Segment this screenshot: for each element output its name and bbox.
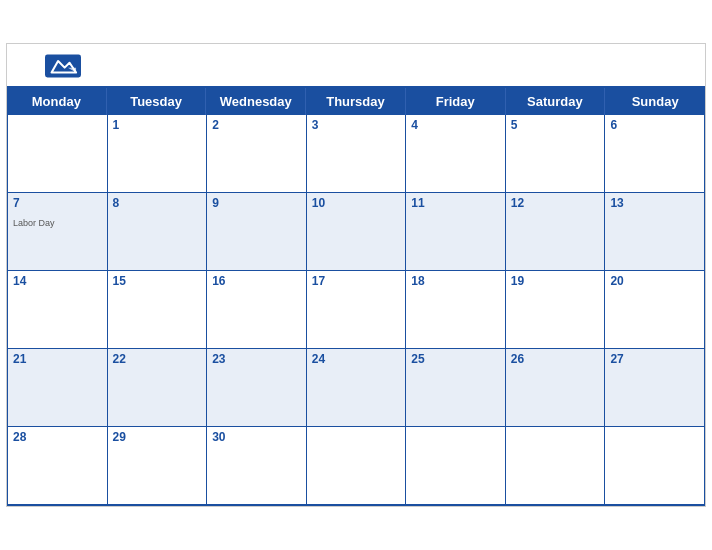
date-number: 16 (212, 274, 301, 288)
day-cell: 2 (207, 115, 307, 193)
date-number: 12 (511, 196, 600, 210)
date-number: 29 (113, 430, 202, 444)
day-cell: 28 (8, 427, 108, 505)
date-number: 8 (113, 196, 202, 210)
date-number: 4 (411, 118, 500, 132)
date-number: 27 (610, 352, 699, 366)
date-number: 5 (511, 118, 600, 132)
date-number: 24 (312, 352, 401, 366)
date-number: 23 (212, 352, 301, 366)
date-number: 10 (312, 196, 401, 210)
day-cell: 27 (605, 349, 705, 427)
calendar: MondayTuesdayWednesdayThursdayFridaySatu… (6, 43, 706, 507)
day-headers-row: MondayTuesdayWednesdayThursdayFridaySatu… (7, 88, 705, 115)
day-cell: 6 (605, 115, 705, 193)
date-number: 6 (610, 118, 699, 132)
date-number: 2 (212, 118, 301, 132)
date-number: 17 (312, 274, 401, 288)
day-cell: 4 (406, 115, 506, 193)
day-cell: 17 (307, 271, 407, 349)
day-cell: 11 (406, 193, 506, 271)
date-number: 25 (411, 352, 500, 366)
day-header-wednesday: Wednesday (206, 88, 306, 115)
day-cell: 29 (108, 427, 208, 505)
day-cell: 30 (207, 427, 307, 505)
day-cell: 26 (506, 349, 606, 427)
day-header-monday: Monday (7, 88, 107, 115)
date-number: 28 (13, 430, 102, 444)
date-number: 15 (113, 274, 202, 288)
day-cell: 23 (207, 349, 307, 427)
date-number: 19 (511, 274, 600, 288)
day-cell (8, 115, 108, 193)
date-number: 14 (13, 274, 102, 288)
date-number: 20 (610, 274, 699, 288)
date-number: 22 (113, 352, 202, 366)
date-number: 3 (312, 118, 401, 132)
holiday-label: Labor Day (13, 218, 55, 228)
day-cell (506, 427, 606, 505)
day-cell: 20 (605, 271, 705, 349)
day-cell: 16 (207, 271, 307, 349)
generalblue-logo-icon (45, 54, 81, 78)
day-cell: 9 (207, 193, 307, 271)
day-cell: 1 (108, 115, 208, 193)
date-number: 21 (13, 352, 102, 366)
day-cell: 12 (506, 193, 606, 271)
day-cell: 7Labor Day (8, 193, 108, 271)
day-cell (307, 427, 407, 505)
day-cell: 5 (506, 115, 606, 193)
date-number: 7 (13, 196, 102, 210)
calendar-body: 1234567Labor Day891011121314151617181920… (7, 115, 705, 506)
day-header-thursday: Thursday (306, 88, 406, 115)
day-cell: 8 (108, 193, 208, 271)
logo (23, 54, 103, 80)
day-cell: 25 (406, 349, 506, 427)
day-cell (605, 427, 705, 505)
day-cell: 14 (8, 271, 108, 349)
day-header-saturday: Saturday (506, 88, 606, 115)
day-cell: 18 (406, 271, 506, 349)
date-number: 18 (411, 274, 500, 288)
day-cell: 21 (8, 349, 108, 427)
day-cell: 3 (307, 115, 407, 193)
date-number: 9 (212, 196, 301, 210)
day-cell (406, 427, 506, 505)
date-number: 13 (610, 196, 699, 210)
date-number: 1 (113, 118, 202, 132)
date-number: 30 (212, 430, 301, 444)
day-cell: 22 (108, 349, 208, 427)
calendar-grid: MondayTuesdayWednesdayThursdayFridaySatu… (7, 86, 705, 506)
date-number: 11 (411, 196, 500, 210)
day-header-tuesday: Tuesday (107, 88, 207, 115)
day-cell: 13 (605, 193, 705, 271)
day-cell: 24 (307, 349, 407, 427)
day-cell: 10 (307, 193, 407, 271)
day-header-sunday: Sunday (605, 88, 705, 115)
calendar-header (7, 44, 705, 86)
day-cell: 15 (108, 271, 208, 349)
date-number: 26 (511, 352, 600, 366)
day-header-friday: Friday (406, 88, 506, 115)
day-cell: 19 (506, 271, 606, 349)
